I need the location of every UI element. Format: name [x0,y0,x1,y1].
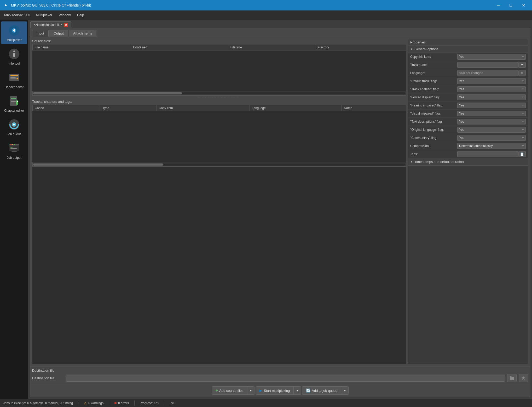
prop-value-track-name: ▼ [457,62,526,68]
progress-label: Progress: [140,401,153,405]
properties-label: Properties: [410,40,427,44]
col-directory: Directory [314,44,406,50]
properties-scroll[interactable]: ▼ General options Copy this item: Yes [408,46,528,364]
properties-header: Properties: [408,39,528,46]
tags-browse-btn[interactable]: 📄 [518,151,526,157]
prop-row-track-name: Track name: ▼ [408,61,528,69]
svg-rect-24 [10,147,13,148]
status-warnings: ⚠ 0 warnings [84,401,103,405]
source-files-table-wrapper: File name Container File size Directory [32,44,406,96]
svg-rect-11 [11,98,16,99]
source-files-hscrollbar[interactable] [32,91,406,95]
sidebar-item-job-output[interactable]: Job output [1,139,27,162]
track-enabled-select[interactable]: Yes No [457,86,526,92]
original-language-select[interactable]: Yes No [457,127,526,133]
svg-marker-30 [522,376,525,380]
svg-rect-15 [16,100,18,105]
status-sep-1 [78,400,78,406]
language-input-wrapper: <Do not change> ✏ [457,70,526,76]
forced-display-select[interactable]: Yes No [457,94,526,100]
destination-input[interactable] [66,375,505,382]
prop-value-track-enabled: Yes No [457,86,526,92]
add-to-job-queue-dropdown[interactable]: ▼ [341,386,349,395]
prop-label-forced-display: "Forced display" flag: [410,95,457,99]
sidebar-item-info-tool[interactable]: Info tool [1,45,27,67]
sidebar-label-multiplexer: Multiplexer [7,38,22,42]
minimize-button[interactable]: ─ [492,0,504,10]
start-multiplexing-button[interactable]: ▶ Start multiplexing [256,386,294,395]
language-edit-btn[interactable]: ✏ [518,70,526,76]
sidebar-item-job-queue[interactable]: Job queue [1,116,27,138]
menu-window[interactable]: Window [55,12,74,19]
start-multiplexing-dropdown[interactable]: ▼ [294,386,301,395]
add-to-job-queue-button[interactable]: 🔄 Add to job queue [302,386,341,395]
close-button[interactable]: ✕ [517,0,529,10]
tab-output[interactable]: Output [49,30,68,37]
app-icon [3,2,9,8]
prop-label-compression: Compression: [410,144,457,148]
tags-input[interactable] [457,151,518,157]
visual-impaired-select[interactable]: Yes No [457,111,526,116]
sidebar-item-header-editor[interactable]: Header editor [1,69,27,91]
svg-rect-14 [11,103,15,103]
menu-mkvtoolnix[interactable]: MKVToolNix GUI [1,12,33,19]
tracks-table: Codec Type Copy item Language Name [32,105,406,111]
prop-value-text-descriptions: Yes No [457,119,526,125]
prop-row-compression: Compression: Determine automatically Non… [408,142,528,150]
col-copy-item: Copy item [157,105,250,111]
track-name-input[interactable] [457,62,518,68]
file-tab-close-button[interactable]: ✕ [64,23,68,27]
sidebar-item-multiplexer[interactable]: Multiplexer [1,21,27,44]
prop-value-original-language: Yes No [457,127,526,133]
prop-value-hearing-impaired: Yes No [457,103,526,108]
svg-point-21 [10,144,11,145]
add-source-files-button[interactable]: + Add source files [212,386,247,395]
commentary-select[interactable]: Yes No [457,135,526,141]
warning-icon: ⚠ [84,401,87,405]
file-tab-label: <No destination file> [34,23,62,27]
svg-rect-10 [10,96,17,106]
copy-this-item-select[interactable]: Yes No [457,54,526,60]
chapter-editor-icon [7,94,21,108]
add-source-files-dropdown[interactable]: ▼ [247,386,255,395]
source-files-scroll-thumb [33,92,182,94]
compression-select[interactable]: Determine automatically None zlib [457,143,526,149]
prop-label-hearing-impaired: "Hearing impaired" flag: [410,104,457,107]
tab-attachments[interactable]: Attachments [69,30,96,37]
menu-multiplexer[interactable]: Multiplexer [33,12,56,19]
tracks-scroll-track [33,163,405,166]
jobs-value: 0 automatic, 0 manual, 0 running [27,401,73,405]
text-descriptions-select[interactable]: Yes No [457,119,526,125]
default-track-select[interactable]: Yes No [457,78,526,84]
tracks-hscrollbar[interactable] [32,162,406,167]
original-language-wrapper: Yes No [457,127,526,133]
menu-help[interactable]: Help [74,12,87,19]
svg-rect-9 [10,78,17,79]
forced-display-wrapper: Yes No [457,94,526,100]
timestamps-section-header[interactable]: ▼ Timestamps and default duration [408,158,528,166]
source-files-scroll[interactable]: File name Container File size Directory [32,44,406,91]
compression-wrapper: Determine automatically None zlib [457,143,526,149]
hearing-impaired-select[interactable]: Yes No [457,103,526,108]
track-name-dropdown-btn[interactable]: ▼ [518,62,526,68]
status-progress: Progress: 0% [140,401,159,405]
file-tabs: <No destination file> ✕ [28,20,532,28]
tab-input[interactable]: Input [32,30,49,37]
general-options-triangle: ▼ [410,48,413,50]
destination-star-btn[interactable] [519,374,528,382]
prop-row-language: Language: <Do not change> ✏ [408,69,528,77]
track-enabled-wrapper: Yes No [457,86,526,92]
maximize-button[interactable]: □ [505,0,517,10]
tracks-scroll[interactable]: Codec Type Copy item Language Name [32,105,406,162]
general-options-header[interactable]: ▼ General options [408,46,528,53]
timestamps-triangle: ▼ [410,160,413,163]
prop-label-visual-impaired: "Visual impaired" flag: [410,112,457,115]
sidebar-item-chapter-editor[interactable]: Chapter editor [1,92,27,115]
file-tab[interactable]: <No destination file> ✕ [30,21,71,28]
destination-browse-btn[interactable] [507,374,517,382]
destination-row: Destination file: [32,374,528,382]
svg-point-22 [12,144,13,145]
prop-row-original-language: "Original language" flag: Yes No [408,126,528,134]
status-overall-progress: 0% [170,401,174,405]
resize-divider[interactable]: · · · · · · · · · · · · · · · · · · · · … [32,96,406,100]
